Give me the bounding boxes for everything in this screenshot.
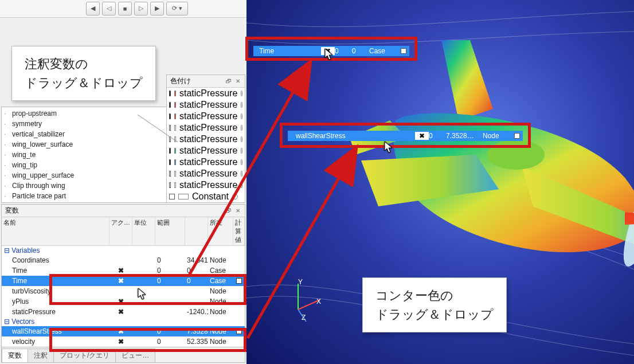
color-label: staticPressure (179, 88, 237, 99)
variable-row[interactable]: Coordinates034.641Node (2, 255, 245, 265)
color-label: staticPressure (179, 134, 237, 144)
color-label: Constant (192, 191, 229, 202)
cursor-icon (324, 48, 335, 61)
tab[interactable]: ビュー… (115, 349, 155, 362)
color-label: staticPressure (179, 123, 237, 133)
play-first-button[interactable]: ◀ (86, 2, 100, 15)
svg-point-0 (487, 140, 545, 170)
column-header[interactable] (185, 217, 208, 245)
tab[interactable]: 注釈 (28, 349, 54, 362)
panel-controls[interactable]: 🗗 ✕ (226, 208, 241, 214)
variable-group[interactable]: ⊟ Variables (2, 246, 245, 255)
column-header[interactable]: 所在 (208, 217, 233, 245)
tab[interactable]: プロット/クエリ (53, 349, 116, 362)
column-header[interactable]: アク… (109, 217, 132, 245)
cursor-icon (384, 141, 394, 154)
aircraft-model (327, 23, 634, 321)
column-header[interactable]: 計算値 (233, 217, 245, 245)
variable-row[interactable]: wallShearStress✖07.3528…Node (2, 326, 245, 336)
color-row[interactable]: staticPressure (167, 168, 245, 179)
color-label: staticPressure (179, 100, 237, 110)
variable-row[interactable]: velocity✖052.335…Node (2, 336, 245, 347)
color-row[interactable]: staticPressure (167, 122, 245, 134)
variable-row[interactable]: Time✖00Case (2, 276, 245, 286)
variables-panel-title: 変数 (5, 206, 19, 216)
column-header[interactable]: 単位 (132, 217, 155, 245)
color-row[interactable]: staticPressure (167, 145, 245, 156)
playback-toolbar: ◀ ◁ ■ ▷ ▶ ⟳ ▾ (0, 0, 246, 18)
variables-panel: 変数 🗗 ✕ 名前アク…単位範囲所在計算値 ⊟ VariablesCoordin… (1, 204, 245, 363)
tab[interactable]: 変数 (2, 349, 28, 362)
variable-group[interactable]: ⊟ Vectors (2, 317, 245, 326)
variable-row[interactable]: Time✖00Case (2, 265, 245, 276)
column-header[interactable]: 範囲 (155, 217, 185, 245)
play-last-button[interactable]: ▶ (150, 2, 164, 15)
play-next-button[interactable]: ▷ (134, 2, 148, 15)
color-label: staticPressure (179, 157, 237, 167)
axis-triad: Y X Z (281, 278, 327, 324)
dropped-wss-row[interactable]: wallShearStress ✖ 0 7.3528… Node (288, 131, 523, 141)
color-label: staticPressure (179, 111, 237, 122)
loop-button[interactable]: ⟳ ▾ (166, 2, 188, 15)
play-stop-button[interactable]: ■ (118, 2, 132, 15)
coloring-panel: 色付け 🗗 ✕ staticPressurestaticPressurestat… (166, 75, 245, 203)
color-row[interactable]: Constant (167, 191, 245, 202)
color-row[interactable]: staticPressure (167, 111, 245, 122)
variable-row[interactable]: turbViscosityNode (2, 286, 245, 296)
play-prev-button[interactable]: ◁ (102, 2, 116, 15)
column-header[interactable]: 名前 (2, 217, 109, 245)
color-label: staticPressure (179, 146, 237, 156)
variable-row[interactable]: yPlus✖Node (2, 296, 245, 307)
coloring-panel-title: 色付け (170, 76, 191, 86)
color-label: staticPressure (179, 180, 237, 190)
color-row[interactable]: staticPressure (167, 88, 245, 99)
cursor-icon (138, 288, 148, 300)
callout-contour-drag: コンター色の ドラッグ＆ドロップ (362, 277, 507, 332)
color-label: staticPressure (179, 169, 237, 179)
variable-row[interactable]: staticPressure✖-1240.16 …Node (2, 307, 245, 317)
panel-controls[interactable]: 🗗 ✕ (226, 78, 241, 84)
callout-annotation-drag: 注釈変数の ドラッグ＆ドロップ (11, 46, 156, 101)
color-row[interactable]: staticPressure (167, 99, 245, 111)
color-row[interactable]: staticPressure (167, 179, 245, 191)
color-row[interactable]: staticPressure (167, 134, 245, 145)
color-row[interactable]: staticPressure (167, 156, 245, 168)
